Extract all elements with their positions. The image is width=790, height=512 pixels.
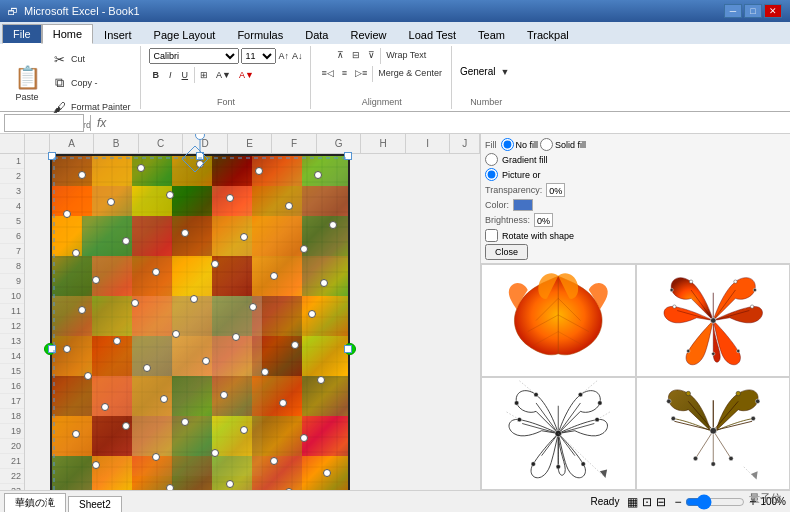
col-a[interactable]: A [50,134,95,153]
zoom-out-button[interactable]: − [674,495,681,509]
sheet-tab-1[interactable]: 華鎮の滝 [4,493,66,512]
close-button[interactable]: ✕ [764,4,782,18]
row-11: 11 [0,304,24,319]
col-b[interactable]: B [94,134,139,153]
leaf-cell-4[interactable] [636,377,791,490]
svg-point-118 [556,465,560,469]
align-bottom-button[interactable]: ⊽ [365,48,378,64]
handle-tl[interactable] [48,152,56,160]
align-middle-button[interactable]: ⊟ [349,48,363,64]
border-button[interactable]: ⊞ [197,69,211,81]
col-g[interactable]: G [317,134,362,153]
svg-rect-28 [52,296,92,336]
col-j[interactable]: J [450,134,480,153]
tab-formulas[interactable]: Formulas [226,25,294,44]
number-format-dropdown[interactable]: ▼ [497,65,512,79]
tab-load-test[interactable]: Load Test [398,25,468,44]
bold-button[interactable]: B [149,69,164,81]
fill-radio[interactable] [501,138,514,151]
align-center-button[interactable]: ≡ [339,66,350,82]
col-i[interactable]: I [406,134,451,153]
minimize-button[interactable]: ─ [724,4,742,18]
row-10: 10 [0,289,24,304]
alignment-label: Alignment [362,95,402,107]
ribbon-group-number: General ▼ Number [454,46,519,109]
row-20: 20 [0,439,24,454]
col-h[interactable]: H [361,134,406,153]
formula-input[interactable] [110,117,786,129]
rotate-checkbox[interactable] [485,229,498,242]
leaf-cell-3[interactable] [481,377,636,490]
font-increase-button[interactable]: A↑ [278,50,291,62]
tab-data[interactable]: Data [294,25,339,44]
view-normal-button[interactable]: ▦ [627,495,638,509]
paste-button[interactable]: 📋 Paste [10,48,44,118]
col-c[interactable]: C [139,134,184,153]
close-panel-button[interactable]: Close [485,244,528,260]
handle-tr[interactable] [344,152,352,160]
svg-rect-27 [302,256,348,296]
font-size-select[interactable]: 11 [241,48,276,64]
view-layout-button[interactable]: ⊡ [642,495,652,509]
leaf-cell-2[interactable] [636,264,791,377]
svg-point-113 [598,401,602,405]
tab-insert[interactable]: Insert [93,25,143,44]
tab-page-layout[interactable]: Page Layout [143,25,227,44]
tab-review[interactable]: Review [339,25,397,44]
cut-icon: ✂ [50,50,68,68]
col-select-all[interactable] [25,134,50,153]
align-top-button[interactable]: ⊼ [334,48,347,64]
svg-point-111 [578,392,582,396]
svg-rect-13 [302,186,348,216]
formula-divider [90,115,91,131]
prop-row-brightness: Brightness: 0% [485,213,786,227]
cut-button[interactable]: ✂ Cut [47,48,134,70]
font-name-select[interactable]: Calibri [149,48,239,64]
leaves-panel [481,264,790,490]
svg-point-94 [686,349,689,352]
col-e[interactable]: E [228,134,273,153]
leaf-cell-1[interactable] [481,264,636,377]
number-format-label: General [460,66,496,77]
svg-marker-121 [600,470,607,478]
color-swatch[interactable] [513,199,533,211]
align-right-button[interactable]: ▷≡ [352,66,370,82]
tab-trackpal[interactable]: Trackpal [516,25,580,44]
font-decrease-button[interactable]: A↓ [291,50,304,62]
wrap-text-button[interactable]: Wrap Text [383,48,429,64]
align-left-button[interactable]: ≡◁ [319,66,337,82]
merge-center-button[interactable]: Merge & Center [375,66,445,82]
diamond-widget [180,144,210,174]
svg-point-96 [711,352,714,355]
col-f[interactable]: F [272,134,317,153]
handle-mr[interactable] [344,345,352,353]
row-23: 23 [0,484,24,490]
tab-team[interactable]: Team [467,25,516,44]
name-box[interactable] [4,114,84,132]
svg-point-136 [693,456,697,460]
zoom-slider[interactable] [685,497,745,507]
handle-ml[interactable] [48,345,56,353]
properties-panel: Fill No fill Solid fill Gradient fill Pi… [481,134,790,264]
maximize-button[interactable]: □ [744,4,762,18]
fill-color-button[interactable]: A▼ [213,69,234,81]
svg-rect-47 [212,376,252,416]
gradient-radio[interactable] [485,153,498,166]
copy-button[interactable]: ⧉ Copy - [47,72,134,94]
view-page-break-button[interactable]: ⊟ [656,495,666,509]
svg-point-115 [595,417,599,421]
picture-radio[interactable] [485,168,498,181]
tab-home[interactable]: Home [42,24,93,44]
svg-rect-48 [252,376,302,416]
italic-button[interactable]: I [165,69,176,81]
prop-row-fill: Fill No fill Solid fill [485,138,786,151]
svg-point-138 [711,462,715,466]
svg-rect-17 [172,216,212,256]
underline-button[interactable]: U [178,69,193,81]
solid-fill-radio[interactable] [540,138,553,151]
sheet-tab-2[interactable]: Sheet2 [68,496,122,512]
font-color-button[interactable]: A▼ [236,69,257,81]
svg-rect-49 [302,376,348,416]
tab-file[interactable]: File [2,24,42,44]
artwork-canvas[interactable]: 辷 [50,154,350,490]
